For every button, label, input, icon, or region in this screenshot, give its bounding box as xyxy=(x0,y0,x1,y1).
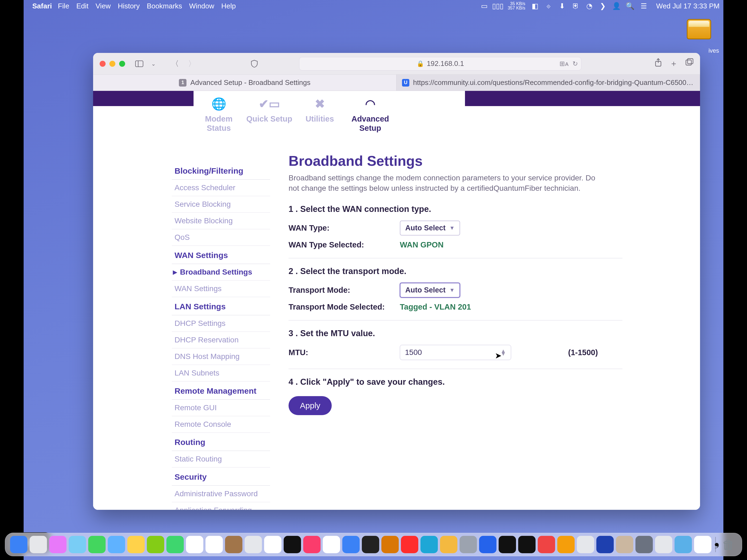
dock-item[interactable] xyxy=(147,536,164,553)
menu-edit[interactable]: Edit xyxy=(76,2,88,10)
reload-icon[interactable]: ↻ xyxy=(572,60,578,68)
dock-item[interactable] xyxy=(596,536,614,553)
dock-item[interactable] xyxy=(499,536,516,553)
dock-item[interactable] xyxy=(205,536,223,553)
user-icon[interactable]: 👤 xyxy=(613,2,620,10)
sidebar-head-remote[interactable]: Remote Management xyxy=(172,381,270,400)
dock-item[interactable] xyxy=(303,536,320,553)
dock-item[interactable] xyxy=(69,536,86,553)
dock-item[interactable] xyxy=(440,536,457,553)
sidebar-item-remote-console[interactable]: Remote Console xyxy=(172,416,270,433)
new-tab-button[interactable]: ＋ xyxy=(670,58,678,69)
dock-item[interactable] xyxy=(674,536,692,553)
menubar-icon[interactable]: ⛨ xyxy=(572,2,579,10)
dock-item[interactable] xyxy=(557,536,575,553)
dock-item[interactable] xyxy=(225,536,242,553)
menu-view[interactable]: View xyxy=(96,2,111,10)
menu-bookmarks[interactable]: Bookmarks xyxy=(147,2,182,10)
dock-item[interactable] xyxy=(342,536,360,553)
sidebar-item-application-forwarding[interactable]: Application Forwarding xyxy=(172,502,270,510)
dock-item[interactable] xyxy=(186,536,203,553)
minimize-button[interactable] xyxy=(109,61,115,67)
sidebar-item-dns-host-mapping[interactable]: DNS Host Mapping xyxy=(172,348,270,365)
menu-help[interactable]: Help xyxy=(221,2,236,10)
menu-history[interactable]: History xyxy=(118,2,140,10)
trash-icon[interactable]: 🗑 xyxy=(720,536,737,553)
dock-item[interactable] xyxy=(694,536,712,553)
dock-item[interactable] xyxy=(284,536,301,553)
mtu-input[interactable]: 1500 ▲▼ xyxy=(400,345,511,360)
sidebar-head-lan[interactable]: LAN Settings xyxy=(172,297,270,315)
sidebar-item-dhcp-settings[interactable]: DHCP Settings xyxy=(172,315,270,332)
control-center-icon[interactable]: ☰ xyxy=(640,2,647,10)
sidebar-item-website-blocking[interactable]: Website Blocking xyxy=(172,213,270,229)
sidebar-item-dhcp-reservation[interactable]: DHCP Reservation xyxy=(172,332,270,348)
dock-item[interactable] xyxy=(655,536,672,553)
sidebar-item-broadband-settings[interactable]: Broadband Settings xyxy=(172,264,270,281)
dock-item[interactable] xyxy=(518,536,536,553)
sidebar-item-static-routing[interactable]: Static Routing xyxy=(172,451,270,468)
nav-modem-status[interactable]: 🌐 Modem Status xyxy=(194,96,244,133)
apply-button[interactable]: Apply xyxy=(288,396,332,415)
dock-item[interactable] xyxy=(401,536,418,553)
dock-item[interactable] xyxy=(88,536,106,553)
clock-icon[interactable]: ◔ xyxy=(586,2,593,10)
app-name[interactable]: Safari xyxy=(32,2,52,10)
tab-group-dropdown[interactable]: ⌄ xyxy=(150,58,157,69)
sidebar-item-qos[interactable]: QoS xyxy=(172,229,270,246)
forward-button[interactable]: 〉 xyxy=(186,58,198,69)
dock-item[interactable] xyxy=(264,536,282,553)
dock-item[interactable] xyxy=(108,536,125,553)
menubar-icon[interactable]: ▭ xyxy=(481,2,488,10)
address-bar[interactable]: 🔒 192.168.0.1 ⊞ᴀ ↻ xyxy=(299,57,582,71)
sidebar-item-lan-subnets[interactable]: LAN Subnets xyxy=(172,365,270,381)
dock-item[interactable] xyxy=(616,536,633,553)
spotlight-icon[interactable]: 🔍 xyxy=(626,2,634,10)
transport-mode-dropdown[interactable]: Auto Select ▼ xyxy=(400,283,460,298)
tab-community[interactable]: U https://community.ui.com/questions/Rec… xyxy=(396,75,700,90)
desktop-drive[interactable]: ives xyxy=(686,19,713,41)
dock-item[interactable] xyxy=(166,536,184,553)
wan-type-dropdown[interactable]: Auto Select ▼ xyxy=(400,220,460,236)
dock-item[interactable] xyxy=(10,536,27,553)
dock-item[interactable] xyxy=(323,536,340,553)
sidebar-head-security[interactable]: Security xyxy=(172,468,270,486)
share-icon[interactable] xyxy=(654,58,662,69)
dock-item[interactable] xyxy=(460,536,477,553)
dock-item[interactable] xyxy=(381,536,399,553)
sidebar-item-wan-settings[interactable]: WAN Settings xyxy=(172,281,270,297)
sidebar-item-service-blocking[interactable]: Service Blocking xyxy=(172,196,270,213)
nav-utilities[interactable]: ✖︎ Utilities xyxy=(294,96,345,133)
zoom-button[interactable] xyxy=(119,61,125,67)
sidebar-item-admin-password[interactable]: Administrative Password xyxy=(172,486,270,502)
download-icon[interactable]: ⬇ xyxy=(558,2,566,10)
menubar-icon[interactable]: ▯▯▯ xyxy=(494,2,501,10)
translate-icon[interactable]: ⊞ᴀ xyxy=(560,60,569,68)
tab-router[interactable]: 1 Advanced Setup - Broadband Settings xyxy=(93,75,396,90)
sidebar-head-blocking[interactable]: Blocking/Filtering xyxy=(172,161,270,180)
dock-item[interactable] xyxy=(420,536,438,553)
dock-item[interactable] xyxy=(636,536,653,553)
dock-item[interactable] xyxy=(538,536,555,553)
quick-note-corner[interactable]: ❟ xyxy=(715,535,719,549)
nav-quick-setup[interactable]: ✔︎▭ Quick Setup xyxy=(244,96,294,133)
sidebar-head-routing[interactable]: Routing xyxy=(172,433,270,451)
dock-item[interactable] xyxy=(362,536,379,553)
nav-advanced-setup[interactable]: ◠ Advanced Setup xyxy=(345,96,395,133)
dock-item[interactable] xyxy=(479,536,496,553)
dock-item[interactable] xyxy=(49,536,67,553)
sidebar-head-wan[interactable]: WAN Settings xyxy=(172,246,270,264)
menu-file[interactable]: File xyxy=(58,2,69,10)
sidebar-item-remote-gui[interactable]: Remote GUI xyxy=(172,400,270,416)
menubar-icon[interactable]: ❯ xyxy=(599,2,607,10)
stepper-icon[interactable]: ▲▼ xyxy=(500,349,506,355)
menubar-clock[interactable]: Wed Jul 17 3:33 PM xyxy=(656,2,720,10)
sidebar-toggle-icon[interactable] xyxy=(133,58,145,69)
back-button[interactable]: 〈 xyxy=(169,58,181,69)
close-button[interactable] xyxy=(100,61,106,67)
dock-item[interactable] xyxy=(244,536,262,553)
dock-item[interactable] xyxy=(127,536,145,553)
dock-item[interactable] xyxy=(577,536,594,553)
shield-icon[interactable] xyxy=(248,58,260,69)
menubar-icon[interactable]: ⟐ xyxy=(545,2,552,10)
